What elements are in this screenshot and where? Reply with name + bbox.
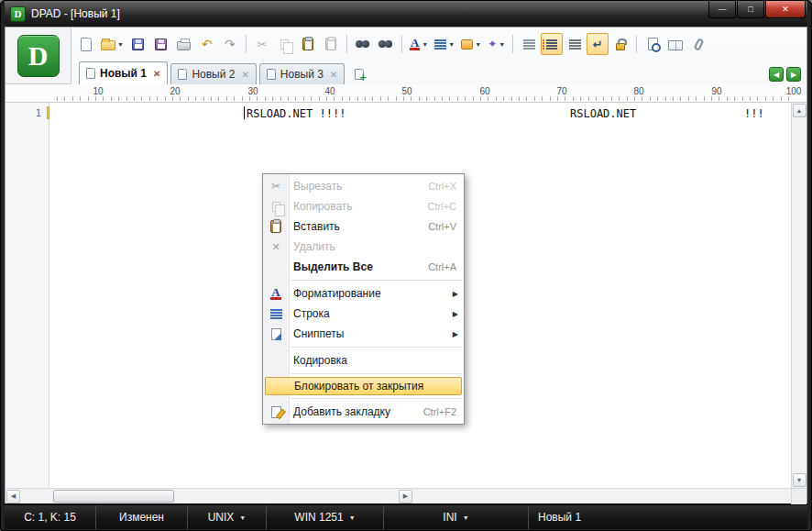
menu-item-encoding[interactable]: Кодировка [263, 350, 464, 371]
special-symbols-icon [569, 39, 581, 50]
word-wrap-button[interactable]: ↵ [587, 33, 609, 55]
new-tab-button[interactable]: + [349, 64, 369, 84]
replace-button[interactable] [375, 33, 397, 55]
top-bar: D ▼ ↶ ↷ ✂ [5, 28, 807, 84]
app-window: D DPAD - [Новый 1] — □ ✕ D ▼ ↶ [0, 0, 812, 531]
submenu-arrow-icon: ▶ [453, 310, 458, 318]
ruler-mark: 100 [785, 86, 803, 96]
horizontal-scrollbar[interactable]: ◀ ▶ [5, 488, 807, 503]
save-icon [132, 39, 144, 50]
vertical-scrollbar[interactable]: ▲ ▼ [791, 103, 807, 488]
preview-button[interactable] [642, 33, 664, 55]
menu-separator [291, 280, 462, 281]
attachments-button[interactable] [687, 33, 709, 55]
find-button[interactable] [352, 33, 374, 55]
scroll-up-arrow[interactable]: ▲ [793, 104, 807, 117]
paste-icon [270, 220, 281, 233]
scroll-tabs-left-button[interactable]: ◀ [769, 67, 784, 82]
special-symbols-button[interactable] [564, 33, 586, 55]
tools-button[interactable]: ✦▼ [485, 33, 508, 55]
toolbar-separator [401, 35, 402, 53]
alignment-button[interactable]: ▼ [432, 33, 457, 55]
lock-button[interactable] [609, 33, 631, 55]
insert-button[interactable]: ▼ [458, 33, 484, 55]
find-icon [356, 40, 369, 49]
menu-item-add-bookmark[interactable]: Добавить закладку Ctrl+F2 [263, 402, 464, 422]
undo-icon: ↶ [202, 37, 213, 51]
indent-marks-button[interactable] [518, 33, 540, 55]
save-button[interactable] [127, 33, 149, 55]
ruler-mark: 80 [630, 86, 648, 96]
tab-new-2[interactable]: Новый 2 ✕ [170, 63, 256, 84]
help-book-icon [668, 40, 683, 50]
menu-item-lock-from-closing[interactable]: Блокировать от закрытия [265, 377, 462, 395]
tab-new-1[interactable]: Новый 1 ✕ [79, 61, 168, 84]
text-segment: RSLOAD.NET [570, 106, 636, 121]
save-all-icon [155, 39, 167, 50]
line-ops-icon [270, 309, 282, 319]
close-button[interactable]: ✕ [765, 1, 806, 18]
scroll-down-arrow[interactable]: ▼ [793, 473, 807, 487]
status-syntax-select[interactable]: INI▼ [384, 505, 529, 529]
tab-new-3[interactable]: Новый 3 ✕ [259, 63, 345, 84]
print-button[interactable] [173, 33, 195, 55]
save-all-button[interactable] [150, 33, 172, 55]
app-icon: D [10, 6, 26, 22]
menu-item-select-all[interactable]: Выделить Все Ctrl+A [263, 257, 464, 277]
menu-item-cut[interactable]: ✂ Вырезать Ctrl+X [263, 176, 464, 196]
menu-separator [291, 373, 462, 374]
status-modified: Изменен [96, 505, 188, 529]
ruler-mark: 30 [244, 86, 262, 96]
menu-item-snippets[interactable]: Сниппеты ▶ [263, 324, 464, 344]
maximize-button[interactable]: □ [737, 1, 764, 18]
line-numbers-button[interactable] [541, 33, 563, 55]
formatting-icon: A [270, 287, 280, 300]
tab-navigation: ◀ ▶ [769, 67, 801, 84]
cut-icon: ✂ [271, 180, 280, 193]
cut-button[interactable]: ✂ [251, 33, 273, 55]
tab-label: Новый 2 [192, 68, 235, 81]
scroll-left-arrow[interactable]: ◀ [6, 490, 20, 503]
chevron-down-icon: ▼ [349, 514, 356, 521]
status-line-ending-select[interactable]: UNIX▼ [188, 505, 267, 529]
toolbar: ▼ ↶ ↷ ✂ A▼ ▼ ▼ [71, 28, 807, 61]
menu-item-delete[interactable]: ✕ Удалить [263, 237, 464, 257]
scroll-right-arrow[interactable]: ▶ [399, 490, 412, 503]
paste-button[interactable] [297, 33, 319, 55]
tab-close-icon[interactable]: ✕ [241, 70, 248, 80]
ruler-mark: 50 [398, 86, 416, 96]
indent-marks-icon [523, 39, 535, 50]
open-button[interactable]: ▼ [98, 33, 126, 55]
font-color-icon: A [410, 38, 420, 50]
submenu-arrow-icon: ▶ [453, 290, 458, 298]
status-encoding-select[interactable]: WIN 1251▼ [267, 505, 384, 529]
chevron-down-icon: ▼ [422, 41, 428, 48]
document-icon [86, 68, 95, 79]
scrollbar-thumb[interactable] [53, 490, 174, 503]
paste-special-button[interactable] [320, 33, 342, 55]
menu-item-paste[interactable]: Вставить Ctrl+V [263, 216, 464, 237]
help-book-button[interactable] [664, 33, 686, 55]
word-wrap-icon: ↵ [593, 38, 603, 51]
tab-close-icon[interactable]: ✕ [153, 69, 160, 79]
redo-button[interactable]: ↷ [219, 33, 241, 55]
toolbar-separator [512, 35, 513, 53]
undo-button[interactable]: ↶ [196, 33, 218, 55]
chevron-down-icon: ▼ [499, 41, 505, 48]
copy-button[interactable] [274, 33, 296, 55]
new-document-button[interactable] [75, 33, 97, 55]
chevron-down-icon: ▼ [475, 41, 481, 48]
menu-item-formatting[interactable]: A Форматирование ▶ [263, 283, 464, 304]
menu-item-copy[interactable]: Копировать Ctrl+C [263, 196, 464, 216]
open-folder-icon [101, 40, 115, 50]
delete-icon: ✕ [271, 241, 280, 253]
ruler-mark: 20 [166, 86, 184, 96]
new-tab-icon: + [355, 69, 364, 80]
menu-item-line[interactable]: Строка ▶ [263, 304, 464, 324]
line-numbers-icon [546, 39, 557, 50]
font-color-button[interactable]: A▼ [407, 33, 431, 55]
minimize-button[interactable]: — [708, 1, 736, 18]
tab-close-icon[interactable]: ✕ [330, 70, 337, 80]
insert-icon [461, 39, 473, 50]
scroll-tabs-right-button[interactable]: ▶ [786, 67, 801, 82]
